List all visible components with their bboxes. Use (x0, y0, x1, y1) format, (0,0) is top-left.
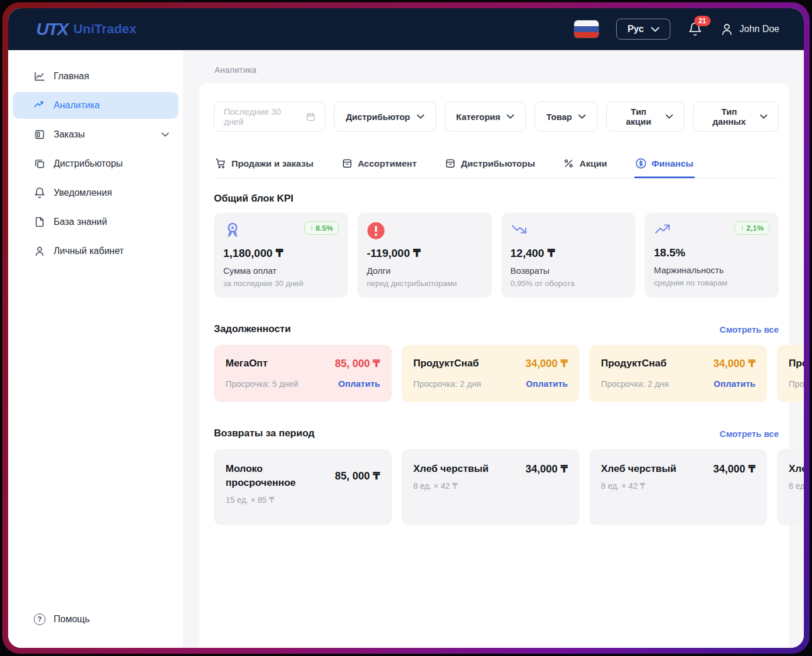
trend-down-icon (511, 221, 528, 237)
archive-icon (445, 158, 456, 169)
top-bar: UTX UniTradex Рус 21 (8, 8, 804, 50)
user-icon (720, 22, 734, 36)
category-filter[interactable]: Категория (445, 101, 526, 132)
chevron-down-icon (417, 114, 424, 119)
line-chart-icon (34, 70, 45, 82)
tab-label: Дистрибьюторы (461, 158, 535, 169)
help-icon: ? (34, 613, 45, 625)
main-content: Аналитика Последние 30 дней Дистрибьютор (183, 50, 804, 648)
return-detail: 8 ед. × 42 ₸ (601, 481, 755, 491)
tab-finance[interactable]: Финансы (634, 153, 695, 178)
debt-overdue: Просрочка: 2 дня (789, 379, 804, 389)
trend-icon (34, 100, 45, 111)
debt-overdue: Просрочка: 5 дней (226, 379, 298, 389)
tab-distributors[interactable]: Дистрибьюторы (444, 153, 536, 178)
debt-card: ПродуктСнаб 34,000 ₸ Просрочка: 2 дня Оп… (777, 345, 804, 402)
user-menu[interactable]: John Doe (720, 22, 780, 36)
brand-logo[interactable]: UTX UniTradex (36, 19, 136, 39)
sidebar-item-distributors[interactable]: Дистрибьюторы (13, 150, 178, 177)
filter-label: Категория (456, 112, 501, 122)
sidebar-item-notifications[interactable]: Уведомления (13, 179, 178, 206)
alert-icon (367, 221, 385, 240)
sidebar-item-label: Личный кабинет (54, 246, 124, 256)
sidebar: Главная Аналитика Заказы Дистрибьюторы (8, 50, 183, 648)
promo-type-filter[interactable]: Тип акции (606, 101, 684, 132)
kpi-sublabel: средняя по товарам (654, 278, 769, 287)
return-detail: 15 ед. × 85 ₸ (226, 495, 380, 505)
sidebar-item-knowledge-base[interactable]: База знаний (13, 209, 178, 235)
app-window: UTX UniTradex Рус 21 (8, 8, 804, 648)
tab-label: Продажи и заказы (231, 158, 314, 169)
tab-sales-orders[interactable]: Продажи и заказы (214, 153, 315, 178)
product-filter[interactable]: Товар (535, 101, 597, 132)
bell-icon (34, 187, 45, 199)
returns-section-header: Возвраты за период Смотреть все (214, 428, 779, 439)
sidebar-item-account[interactable]: Личный кабинет (13, 238, 178, 264)
sidebar-item-home[interactable]: Главная (13, 63, 178, 90)
kpi-card-margin: ↑ 2,1% 18.5% Маржинальность средняя по т… (645, 213, 779, 298)
notifications-button[interactable]: 21 (688, 22, 702, 37)
kpi-trend-badge: ↑ 8.5% (304, 221, 339, 235)
kpi-trend-badge: ↑ 2,1% (734, 221, 769, 235)
return-card: Молоко просроченное 85, 000 ₸ 15 ед. × 8… (214, 449, 392, 525)
sidebar-item-label: Уведомления (54, 188, 112, 198)
debtor-name: ПродуктСнаб (789, 358, 804, 369)
sidebar-item-orders[interactable]: Заказы (13, 121, 178, 148)
copy-icon (34, 158, 45, 170)
date-range-input[interactable]: Последние 30 дней (214, 101, 325, 132)
return-product-name: Хлеб черствый (601, 462, 676, 476)
debt-card: МегаОпт 85, 000 ₸ Просрочка: 5 дней Опла… (214, 345, 392, 402)
sidebar-item-label: Помощь (54, 614, 90, 625)
language-selector[interactable]: Рус (616, 19, 670, 40)
return-amount: 34,000 ₸ (525, 463, 568, 475)
debt-amount: 85, 000 ₸ (335, 357, 380, 370)
russia-flag-icon[interactable] (574, 20, 599, 38)
debts-view-all-link[interactable]: Смотреть все (720, 325, 779, 334)
chevron-down-icon (760, 114, 767, 119)
tab-label: Акции (579, 158, 607, 169)
chevron-down-icon (507, 114, 514, 119)
orders-icon (34, 129, 45, 140)
return-card: Хлеб черствый 34,000 ₸ 8 ед. × 42 ₸ (589, 449, 767, 525)
returns-view-all-link[interactable]: Смотреть все (720, 429, 779, 439)
tab-label: Ассортимент (358, 158, 417, 169)
chevron-down-icon (666, 114, 673, 119)
debt-amount: 34,000 ₸ (713, 357, 755, 370)
debt-card: ПродуктСнаб 34,000 ₸ Просрочка: 2 дня Оп… (589, 345, 767, 402)
debtor-name: ПродуктСнаб (601, 358, 667, 369)
distributor-filter[interactable]: Дистрибьютор (334, 101, 435, 132)
language-label: Рус (627, 24, 644, 34)
return-amount: 34,000 ₸ (713, 463, 755, 475)
debt-overdue: Просрочка: 2 дня (413, 379, 481, 389)
dollar-circle-icon (635, 158, 646, 169)
return-detail: 8 ед. × 42 ₸ (789, 481, 804, 491)
returns-cards-row: Молоко просроченное 85, 000 ₸ 15 ед. × 8… (214, 449, 804, 525)
tab-promotions[interactable]: Акции (562, 153, 609, 178)
trend-up-icon (654, 221, 672, 237)
sidebar-item-help[interactable]: ? Помощь (13, 606, 178, 633)
document-icon (34, 216, 45, 228)
kpi-value: 18.5% (654, 246, 769, 259)
tab-assortment[interactable]: Ассортимент (340, 153, 418, 178)
award-icon (223, 221, 242, 240)
kpi-card-payments: ↑ 8.5% 1,180,000 ₸ Сумма оплат за послед… (214, 213, 348, 298)
cart-icon (215, 158, 226, 169)
debt-overdue: Просрочка: 2 дня (601, 379, 669, 389)
sidebar-item-analytics[interactable]: Аналитика (13, 92, 178, 119)
filters-bar: Последние 30 дней Дистрибьютор Категория (214, 101, 779, 132)
pay-link[interactable]: Оплатить (526, 379, 568, 389)
return-card: Хлеб черствый 34,000 ₸ 8 ед. × 42 ₸ (777, 449, 804, 525)
chevron-down-icon (161, 132, 169, 137)
filter-label: Дистрибьютор (346, 112, 410, 122)
brand-name: UniTradex (73, 22, 136, 37)
tab-label: Финансы (652, 158, 694, 169)
pay-link[interactable]: Оплатить (338, 379, 380, 389)
kpi-card-returns: 12,400 ₸ Возвраты 0,95% от оборота (501, 213, 635, 298)
window-frame: UTX UniTradex Рус 21 (2, 2, 810, 654)
kpi-sublabel: 0,95% от оборота (511, 279, 626, 288)
pay-link[interactable]: Оплатить (713, 379, 755, 389)
data-type-filter[interactable]: Тип данных (693, 101, 779, 132)
return-product-name: Молоко просроченное (226, 462, 319, 490)
return-amount: 85, 000 ₸ (335, 470, 380, 482)
debts-section-header: Задолженности Смотреть все (214, 323, 779, 335)
